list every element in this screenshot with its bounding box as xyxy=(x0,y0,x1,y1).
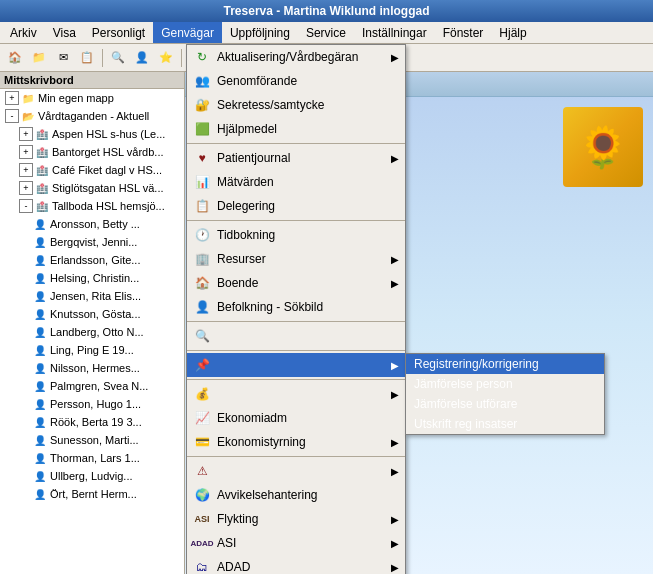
tree-item-stiglotsgatan[interactable]: + 🏥 Stiglötsgatan HSL vä... xyxy=(0,179,184,197)
tree-label: Bergqvist, Jenni... xyxy=(50,236,137,248)
tree-label: Café Fiket dagl v HS... xyxy=(52,164,162,176)
menu-patientjournal[interactable]: ♥ Patientjournal ▶ xyxy=(187,146,405,170)
toolbar-btn-5[interactable]: 🔍 xyxy=(107,47,129,69)
tree-item-ling[interactable]: 👤 Ling, Ping E 19... xyxy=(0,341,184,359)
genvaagar-dropdown: ↻ Aktualisering/Vårdbegäran ▶ 👥 Genomför… xyxy=(186,44,406,574)
menu-resurser[interactable]: 🏢 Resurser ▶ xyxy=(187,247,405,271)
asi-icon: ASI xyxy=(193,510,211,528)
submenu-arrow-icon: ▶ xyxy=(391,278,399,289)
tree-expander-vardtaganden[interactable]: - xyxy=(5,109,19,123)
toolbar-btn-1[interactable]: 🏠 xyxy=(4,47,26,69)
person-icon: 👤 xyxy=(32,216,48,232)
tree-header: Mittskrivbord xyxy=(0,72,184,89)
tree-item-knutsson[interactable]: 👤 Knutsson, Gösta... xyxy=(0,305,184,323)
menu-flykting[interactable]: 🌍 Avvikelsehantering xyxy=(187,483,405,507)
tree-label: Stiglötsgatan HSL vä... xyxy=(52,182,164,194)
menu-rikssok[interactable]: 🔍 xyxy=(187,324,405,348)
submenu-registrering[interactable]: Registrering/korrigering xyxy=(406,354,604,374)
menu-uppfoljning[interactable]: Uppföljning xyxy=(222,22,298,43)
toolbar-btn-6[interactable]: 👤 xyxy=(131,47,153,69)
menu-gallring[interactable]: 🗂 ADAD ▶ xyxy=(187,555,405,574)
submenu-arrow-icon: ▶ xyxy=(391,437,399,448)
menu-befolkning[interactable]: 👤 Befolkning - Sökbild xyxy=(187,295,405,319)
tree-item-helsing[interactable]: 👤 Helsing, Christin... xyxy=(0,269,184,287)
tree-item-tallboda[interactable]: - 🏥 Tallboda HSL hemsjö... xyxy=(0,197,184,215)
tree-item-min-mapp[interactable]: + 📁 Min egen mapp xyxy=(0,89,184,107)
tree-item-landberg[interactable]: 👤 Landberg, Otto N... xyxy=(0,323,184,341)
menu-item-label: ADAD xyxy=(217,560,387,574)
separator-6 xyxy=(187,456,405,457)
menu-ekonomiadm[interactable]: 💰 ▶ xyxy=(187,382,405,406)
tree-item-bergqvist[interactable]: 👤 Bergqvist, Jenni... xyxy=(0,233,184,251)
tree-item-jensen[interactable]: 👤 Jensen, Rita Elis... xyxy=(0,287,184,305)
population-icon: 👤 xyxy=(193,298,211,316)
ring-icon: 🗂 xyxy=(193,558,211,574)
tree-item-palmgren[interactable]: 👤 Palmgren, Svea N... xyxy=(0,377,184,395)
delegate-icon: 📋 xyxy=(193,197,211,215)
menu-boende[interactable]: 🏠 Boende ▶ xyxy=(187,271,405,295)
menu-service[interactable]: Service xyxy=(298,22,354,43)
submenu-utskrift[interactable]: Utskrift reg insatser xyxy=(406,414,604,434)
tree-label: Sunesson, Marti... xyxy=(50,434,139,446)
toolbar-btn-2[interactable]: 📁 xyxy=(28,47,50,69)
menu-asi[interactable]: ASI Flykting ▶ xyxy=(187,507,405,531)
tree-label: Vårdtaganden - Aktuell xyxy=(38,110,149,122)
economy2-icon: 📈 xyxy=(193,409,211,427)
tree-expander-tallboda[interactable]: - xyxy=(19,199,33,213)
tree-item-nilsson[interactable]: 👤 Nilsson, Hermes... xyxy=(0,359,184,377)
tree-item-rook[interactable]: 👤 Röök, Berta 19 3... xyxy=(0,413,184,431)
menu-hjalp[interactable]: Hjälp xyxy=(491,22,534,43)
refugee-icon: 🌍 xyxy=(193,486,211,504)
tree-item-ort[interactable]: 👤 Ört, Bernt Herm... xyxy=(0,485,184,503)
menu-aktualisering[interactable]: ↻ Aktualisering/Vårdbegäran ▶ xyxy=(187,45,405,69)
tree-expander-aspen[interactable]: + xyxy=(19,127,33,141)
tree-item-aronsson[interactable]: 👤 Aronsson, Betty ... xyxy=(0,215,184,233)
menu-delegering[interactable]: 📋 Delegering xyxy=(187,194,405,218)
tree-expander-cafe[interactable]: + xyxy=(19,163,33,177)
menu-fonster[interactable]: Fönster xyxy=(435,22,492,43)
submenu-arrow-icon: ▶ xyxy=(391,254,399,265)
menu-personligt[interactable]: Personligt xyxy=(84,22,153,43)
housing-icon: 🏠 xyxy=(193,274,211,292)
tree-item-persson[interactable]: 👤 Persson, Hugo 1... xyxy=(0,395,184,413)
tree-item-thorman[interactable]: 👤 Thorman, Lars 1... xyxy=(0,449,184,467)
toolbar-btn-7[interactable]: ⭐ xyxy=(155,47,177,69)
menu-sekretess[interactable]: 🔐 Sekretess/samtycke xyxy=(187,93,405,117)
submenu-jamforelse-utforare[interactable]: Jämförelse utförare xyxy=(406,394,604,414)
privacy-icon: 🔐 xyxy=(193,96,211,114)
tree-expander-min-mapp[interactable]: + xyxy=(5,91,19,105)
tree-item-ullberg[interactable]: 👤 Ullberg, Ludvig... xyxy=(0,467,184,485)
menu-ekonomistyrning[interactable]: 📈 Ekonomiadm xyxy=(187,406,405,430)
submenu-arrow-icon: ▶ xyxy=(391,360,399,371)
submenu-item-label: Jämförelse utförare xyxy=(414,397,517,411)
menu-avvikelsehantering[interactable]: ⚠ ▶ xyxy=(187,459,405,483)
tree-item-sunesson[interactable]: 👤 Sunesson, Marti... xyxy=(0,431,184,449)
menu-installningar[interactable]: Inställningar xyxy=(354,22,435,43)
toolbar-btn-3[interactable]: ✉ xyxy=(52,47,74,69)
tree-item-bantorget[interactable]: + 🏥 Bantorget HSL vårdb... xyxy=(0,143,184,161)
menu-matvarden[interactable]: 📊 Mätvärden xyxy=(187,170,405,194)
menu-arkiv[interactable]: Arkiv xyxy=(2,22,45,43)
menu-visa[interactable]: Visa xyxy=(45,22,84,43)
menu-item-label: ASI xyxy=(217,536,387,550)
submenu-jamforelse-person[interactable]: Jämförelse person xyxy=(406,374,604,394)
menu-tidbokning[interactable]: 🕐 Tidbokning xyxy=(187,223,405,247)
toolbar-sep-1 xyxy=(102,49,103,67)
menu-genvaagar[interactable]: Genvägar xyxy=(153,22,222,43)
tree-item-vardtaganden[interactable]: - 📂 Vårdtaganden - Aktuell xyxy=(0,107,184,125)
menu-adad[interactable]: ADAD ASI ▶ xyxy=(187,531,405,555)
menu-debitering[interactable]: 💳 Ekonomistyrning ▶ xyxy=(187,430,405,454)
tree-item-cafe[interactable]: + 🏥 Café Fiket dagl v HS... xyxy=(0,161,184,179)
menu-hjalpmedel[interactable]: 🟩 Hjälpmedel xyxy=(187,117,405,141)
tree-expander-bantorget[interactable]: + xyxy=(19,145,33,159)
toolbar-btn-4[interactable]: 📋 xyxy=(76,47,98,69)
menu-genomforande[interactable]: 👥 Genomförande xyxy=(187,69,405,93)
resource-icon: 🏢 xyxy=(193,250,211,268)
tree-item-erlandsson[interactable]: 👤 Erlandsson, Gite... xyxy=(0,251,184,269)
search-icon: 🔍 xyxy=(193,327,211,345)
menu-utforda[interactable]: 📌 ▶ Registrering/korrigering Jämförelse … xyxy=(187,353,405,377)
tree-expander-stiglotsgatan[interactable]: + xyxy=(19,181,33,195)
tree-label: Jensen, Rita Elis... xyxy=(50,290,141,302)
tree-item-aspen[interactable]: + 🏥 Aspen HSL s-hus (Le... xyxy=(0,125,184,143)
menu-item-label: Genomförande xyxy=(217,74,399,88)
